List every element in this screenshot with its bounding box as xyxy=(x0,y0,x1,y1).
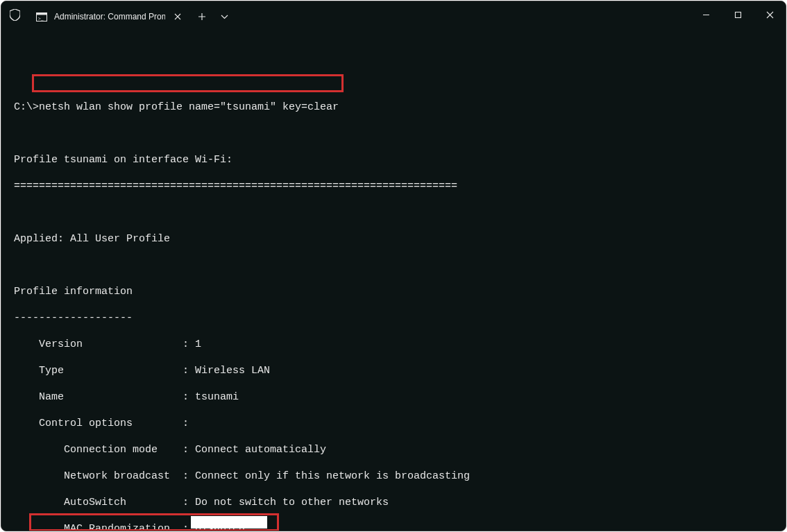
blank-line xyxy=(14,127,773,140)
tab-close-button[interactable] xyxy=(172,11,183,22)
row-conn-mode: Connection mode : Connect automatically xyxy=(14,443,773,456)
row-autoswitch: AutoSwitch : Do not switch to other netw… xyxy=(14,496,773,509)
close-window-button[interactable] xyxy=(754,1,786,28)
terminal-window: >_ Administrator: Command Prom C:\>netsh… xyxy=(1,1,786,531)
tab-title: Administrator: Command Prom xyxy=(54,12,165,22)
row-version: Version : 1 xyxy=(14,338,773,351)
applied-line: Applied: All User Profile xyxy=(14,232,773,246)
row-control: Control options : xyxy=(14,417,773,430)
row-name: Name : tsunami xyxy=(14,391,773,404)
row-type: Type : Wireless LAN xyxy=(14,364,773,377)
prompt-prefix: C:\> xyxy=(14,101,39,113)
new-tab-button[interactable] xyxy=(190,6,214,28)
active-tab[interactable]: >_ Administrator: Command Prom xyxy=(28,6,190,28)
minimize-button[interactable] xyxy=(690,1,722,28)
maximize-button[interactable] xyxy=(722,1,754,28)
profile-header: Profile tsunami on interface Wi-Fi: xyxy=(14,153,773,166)
row-macrand: MAC Randomization : Disabled xyxy=(14,522,773,531)
dash-line: ------------------- xyxy=(14,311,773,325)
titlebar-drag-region[interactable] xyxy=(235,1,690,28)
tab-dropdown-button[interactable] xyxy=(214,6,235,28)
prompt-line: C:\>netsh wlan show profile name="tsunam… xyxy=(14,101,773,114)
terminal-body[interactable]: C:\>netsh wlan show profile name="tsunam… xyxy=(1,28,786,531)
svg-rect-3 xyxy=(735,12,741,17)
titlebar: >_ Administrator: Command Prom xyxy=(1,1,786,28)
blank-line xyxy=(14,48,773,61)
blank-line xyxy=(14,206,773,219)
shield-icon xyxy=(1,1,28,28)
cmd-icon: >_ xyxy=(36,12,47,22)
svg-text:>_: >_ xyxy=(38,16,44,22)
svg-rect-1 xyxy=(37,12,47,15)
redacted-key-content-box xyxy=(191,516,267,529)
divider: ========================================… xyxy=(14,180,773,193)
command-text: netsh wlan show profile name="tsunami" k… xyxy=(39,101,339,113)
blank-line xyxy=(14,74,773,87)
profile-info-title: Profile information xyxy=(14,285,773,298)
blank-line xyxy=(14,259,773,272)
row-netbc: Network broadcast : Connect only if this… xyxy=(14,470,773,483)
